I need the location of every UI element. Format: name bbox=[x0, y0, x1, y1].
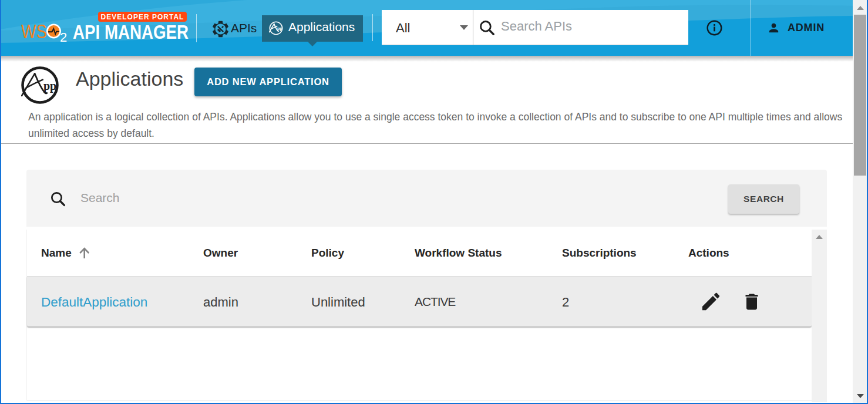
svg-text:pp: pp bbox=[277, 26, 282, 31]
svg-text:pp: pp bbox=[43, 79, 56, 93]
